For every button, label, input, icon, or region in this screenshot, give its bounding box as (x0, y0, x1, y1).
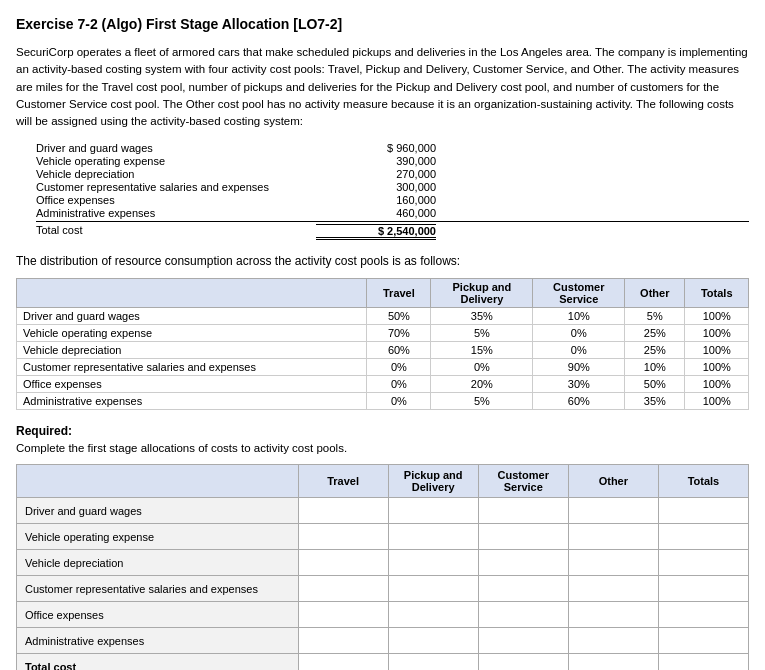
alloc-cell-totals[interactable] (658, 628, 748, 654)
cost-label: Vehicle operating expense (36, 155, 316, 167)
dist-row-travel: 60% (367, 342, 431, 359)
cost-value: 460,000 (316, 207, 436, 219)
alloc-cell-pickup[interactable] (388, 654, 478, 670)
alloc-cell-travel[interactable] (298, 498, 388, 524)
alloc-col-customer: CustomerService (478, 465, 568, 498)
alloc-cell-customer[interactable] (478, 602, 568, 628)
dist-row-travel: 0% (367, 359, 431, 376)
dist-row-customer: 60% (533, 393, 625, 410)
alloc-table-row: Driver and guard wages (17, 498, 749, 524)
alloc-cell-travel[interactable] (298, 602, 388, 628)
alloc-cell-other[interactable] (568, 602, 658, 628)
dist-row-other: 5% (625, 308, 685, 325)
alloc-table-row: Office expenses (17, 602, 749, 628)
alloc-col-pickup: Pickup andDelivery (388, 465, 478, 498)
dist-col-travel: Travel (367, 279, 431, 308)
cost-total-value: $ 2,540,000 (316, 224, 436, 240)
alloc-table-body: Driver and guard wages Vehicle operating… (17, 498, 749, 670)
alloc-cell-travel[interactable] (298, 576, 388, 602)
alloc-cell-totals[interactable] (658, 654, 748, 670)
alloc-cell-totals[interactable] (658, 602, 748, 628)
dist-row-totals: 100% (685, 376, 749, 393)
alloc-cell-totals[interactable] (658, 576, 748, 602)
alloc-cell-other[interactable] (568, 654, 658, 670)
alloc-cell-travel[interactable] (298, 628, 388, 654)
cost-value: 390,000 (316, 155, 436, 167)
dist-row-label: Vehicle depreciation (17, 342, 367, 359)
allocation-table: Travel Pickup andDelivery CustomerServic… (16, 464, 749, 670)
alloc-cell-other[interactable] (568, 576, 658, 602)
alloc-cell-pickup[interactable] (388, 602, 478, 628)
cost-row: Vehicle depreciation270,000 (36, 168, 749, 180)
alloc-table-row: Administrative expenses (17, 628, 749, 654)
required-subtitle: Complete the first stage allocations of … (16, 442, 749, 454)
alloc-table-row: Vehicle operating expense (17, 524, 749, 550)
dist-table-row: Customer representative salaries and exp… (17, 359, 749, 376)
alloc-col-totals: Totals (658, 465, 748, 498)
dist-row-other: 35% (625, 393, 685, 410)
page-title: Exercise 7-2 (Algo) First Stage Allocati… (16, 16, 749, 32)
required-title: Required: (16, 424, 749, 438)
alloc-row-label: Office expenses (17, 602, 299, 628)
cost-value: $ 960,000 (316, 142, 436, 154)
dist-row-totals: 100% (685, 308, 749, 325)
intro-text: SecuriCorp operates a fleet of armored c… (16, 44, 749, 130)
alloc-cell-other[interactable] (568, 628, 658, 654)
cost-row: Customer representative salaries and exp… (36, 181, 749, 193)
alloc-cell-customer[interactable] (478, 628, 568, 654)
cost-value: 160,000 (316, 194, 436, 206)
cost-row: Vehicle operating expense390,000 (36, 155, 749, 167)
dist-col-customer: CustomerService (533, 279, 625, 308)
alloc-cell-customer[interactable] (478, 550, 568, 576)
cost-row: Driver and guard wages$ 960,000 (36, 142, 749, 154)
dist-row-label: Driver and guard wages (17, 308, 367, 325)
dist-row-label: Administrative expenses (17, 393, 367, 410)
cost-value: 300,000 (316, 181, 436, 193)
alloc-cell-pickup[interactable] (388, 498, 478, 524)
alloc-cell-customer[interactable] (478, 524, 568, 550)
dist-row-travel: 70% (367, 325, 431, 342)
alloc-cell-travel[interactable] (298, 654, 388, 670)
dist-row-totals: 100% (685, 342, 749, 359)
alloc-cell-pickup[interactable] (388, 550, 478, 576)
dist-table-body: Driver and guard wages 50% 35% 10% 5% 10… (17, 308, 749, 410)
alloc-row-label: Vehicle depreciation (17, 550, 299, 576)
cost-total-label: Total cost (36, 224, 316, 240)
dist-row-label: Customer representative salaries and exp… (17, 359, 367, 376)
alloc-cell-other[interactable] (568, 498, 658, 524)
alloc-cell-customer[interactable] (478, 576, 568, 602)
dist-row-label: Vehicle operating expense (17, 325, 367, 342)
alloc-cell-totals[interactable] (658, 498, 748, 524)
dist-row-pickup: 5% (431, 393, 533, 410)
dist-col-pickup: Pickup andDelivery (431, 279, 533, 308)
dist-table-row: Driver and guard wages 50% 35% 10% 5% 10… (17, 308, 749, 325)
cost-value: 270,000 (316, 168, 436, 180)
cost-total-row: Total cost$ 2,540,000 (36, 221, 749, 240)
distribution-table: Travel Pickup andDelivery CustomerServic… (16, 278, 749, 410)
alloc-table-header: Travel Pickup andDelivery CustomerServic… (17, 465, 749, 498)
dist-table-header: Travel Pickup andDelivery CustomerServic… (17, 279, 749, 308)
alloc-cell-pickup[interactable] (388, 524, 478, 550)
dist-table-row: Vehicle depreciation 60% 15% 0% 25% 100% (17, 342, 749, 359)
dist-row-pickup: 15% (431, 342, 533, 359)
alloc-cell-other[interactable] (568, 550, 658, 576)
alloc-cell-pickup[interactable] (388, 576, 478, 602)
alloc-cell-customer[interactable] (478, 498, 568, 524)
dist-row-other: 50% (625, 376, 685, 393)
dist-row-pickup: 0% (431, 359, 533, 376)
alloc-row-label: Administrative expenses (17, 628, 299, 654)
dist-row-other: 25% (625, 325, 685, 342)
alloc-cell-other[interactable] (568, 524, 658, 550)
alloc-row-label: Driver and guard wages (17, 498, 299, 524)
dist-row-pickup: 35% (431, 308, 533, 325)
alloc-cell-travel[interactable] (298, 524, 388, 550)
alloc-cell-totals[interactable] (658, 550, 748, 576)
cost-row: Office expenses160,000 (36, 194, 749, 206)
dist-row-customer: 90% (533, 359, 625, 376)
alloc-cell-pickup[interactable] (388, 628, 478, 654)
alloc-cell-totals[interactable] (658, 524, 748, 550)
alloc-cell-travel[interactable] (298, 550, 388, 576)
dist-col-label (17, 279, 367, 308)
alloc-cell-customer[interactable] (478, 654, 568, 670)
cost-table: Driver and guard wages$ 960,000Vehicle o… (36, 142, 749, 240)
